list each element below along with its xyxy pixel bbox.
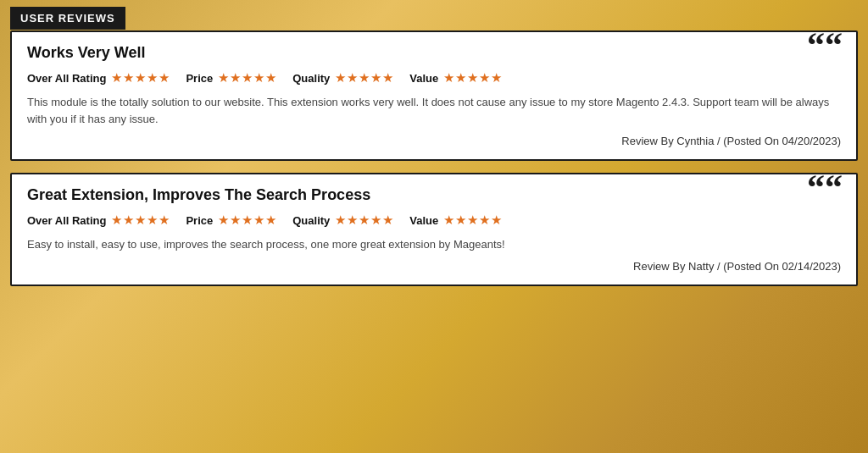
rating-label: Over All Rating [27, 214, 106, 227]
review-meta: Review By Natty / (Posted On 02/14/2023) [27, 260, 841, 273]
rating-label: Price [186, 214, 213, 227]
star-rating: ★★★★★ [111, 70, 170, 86]
rating-item-2: Quality★★★★★ [292, 70, 394, 86]
star-rating: ★★★★★ [443, 70, 503, 86]
review-title: Works Very Well [27, 44, 841, 62]
rating-item-0: Over All Rating★★★★★ [27, 213, 170, 228]
review-text: This module is the totally solution to o… [27, 94, 841, 128]
page-header: USER REVIEWS [10, 7, 125, 30]
rating-label: Quality [292, 214, 330, 227]
rating-row: Over All Rating★★★★★Price★★★★★Quality★★★… [27, 70, 841, 86]
rating-row: Over All Rating★★★★★Price★★★★★Quality★★★… [27, 213, 841, 228]
star-rating: ★★★★★ [335, 213, 394, 228]
review-meta: Review By Cynthia / (Posted On 04/20/202… [27, 135, 841, 147]
reviews-container: ““Works Very WellOver All Rating★★★★★Pri… [10, 30, 858, 286]
star-rating: ★★★★★ [218, 213, 277, 228]
review-card-1: ““Works Very WellOver All Rating★★★★★Pri… [10, 30, 858, 161]
rating-item-1: Price★★★★★ [186, 213, 277, 228]
rating-item-3: Value★★★★★ [409, 213, 503, 228]
rating-label: Over All Rating [27, 72, 106, 85]
review-text: Easy to install, easy to use, improves t… [27, 236, 841, 253]
review-title: Great Extension, Improves The Search Pro… [27, 186, 841, 204]
star-rating: ★★★★★ [218, 70, 277, 86]
rating-label: Value [409, 72, 438, 85]
review-card-2: ““Great Extension, Improves The Search P… [10, 173, 858, 286]
star-rating: ★★★★★ [111, 213, 170, 228]
star-rating: ★★★★★ [335, 70, 394, 86]
quote-icon: ““ [807, 169, 843, 205]
rating-item-0: Over All Rating★★★★★ [27, 70, 170, 86]
rating-label: Quality [292, 72, 330, 85]
star-rating: ★★★★★ [443, 213, 503, 228]
rating-item-3: Value★★★★★ [409, 70, 503, 86]
rating-label: Price [186, 72, 213, 85]
quote-icon: ““ [807, 27, 843, 63]
rating-label: Value [409, 214, 438, 227]
rating-item-1: Price★★★★★ [186, 70, 277, 86]
rating-item-2: Quality★★★★★ [292, 213, 394, 228]
